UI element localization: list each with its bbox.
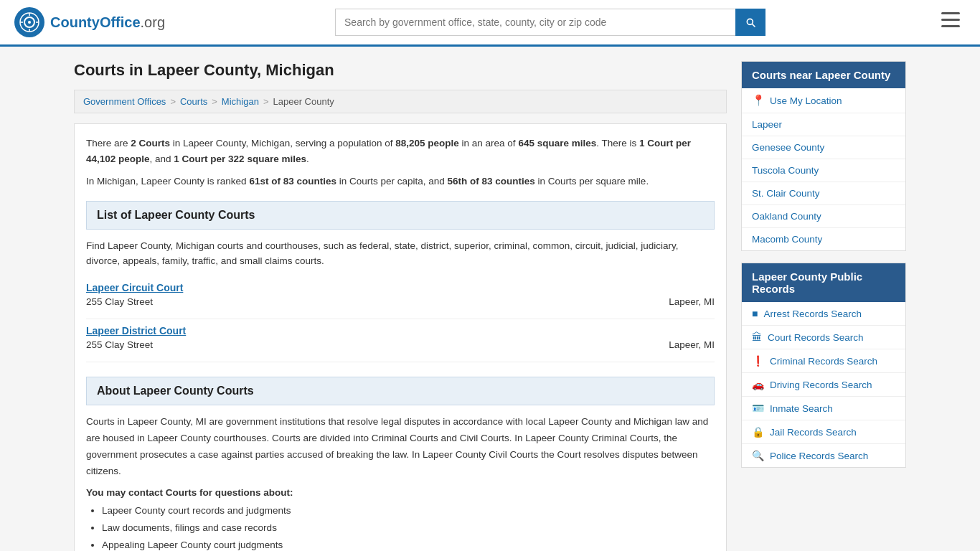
police-icon: 🔍 xyxy=(752,450,764,461)
nearby-item-lapeer: Lapeer xyxy=(742,113,905,136)
court-name-2[interactable]: Lapeer District Court xyxy=(86,325,715,336)
svg-rect-7 xyxy=(941,12,960,14)
logo-area: CountyOffice.org xyxy=(14,7,165,37)
nearby-item-stclair: St. Clair County xyxy=(742,182,905,205)
breadcrumb: Government Offices > Courts > Michigan >… xyxy=(74,90,727,113)
public-records-title: Lapeer County Public Records xyxy=(742,263,905,302)
list-section-header: List of Lapeer County Courts xyxy=(86,201,715,230)
nearby-item-tuscola: Tuscola County xyxy=(742,159,905,182)
use-location-link[interactable]: 📍 Use My Location xyxy=(752,94,895,107)
nearby-link-stclair[interactable]: St. Clair County xyxy=(752,188,895,199)
list-item-2: Law documents, filings and case records xyxy=(102,519,715,537)
arrest-records-link[interactable]: ■ Arrest Records Search xyxy=(752,308,895,319)
nearby-link-genesee[interactable]: Genesee County xyxy=(752,142,895,153)
court-records-link[interactable]: 🏛 Court Records Search xyxy=(752,331,895,343)
court-entry-1: Lapeer Circuit Court 255 Clay Street Lap… xyxy=(86,276,715,319)
content-wrapper: There are 2 Courts in Lapeer County, Mic… xyxy=(74,123,727,551)
public-records-box: Lapeer County Public Records ■ Arrest Re… xyxy=(741,263,906,468)
police-records-link[interactable]: 🔍 Police Records Search xyxy=(752,450,895,461)
nearby-item-macomb: Macomb County xyxy=(742,228,905,250)
court-citystate-1: Lapeer, MI xyxy=(669,296,715,307)
sidebar-item-court: 🏛 Court Records Search xyxy=(742,326,905,349)
sidebar: Courts near Lapeer County 📍 Use My Locat… xyxy=(741,61,906,551)
logo-icon xyxy=(14,7,44,37)
header: CountyOffice.org xyxy=(0,0,980,47)
breadcrumb-michigan[interactable]: Michigan xyxy=(222,96,259,107)
sidebar-item-driving: 🚗 Driving Records Search xyxy=(742,373,905,397)
criminal-records-link[interactable]: ❗ Criminal Records Search xyxy=(752,355,895,367)
nearby-item-oakland: Oakland County xyxy=(742,205,905,228)
page-title: Courts in Lapeer County, Michigan xyxy=(74,61,727,80)
breadcrumb-current: Lapeer County xyxy=(273,96,334,107)
court-address-row-2: 255 Clay Street Lapeer, MI xyxy=(86,336,715,356)
court-address-1: 255 Clay Street xyxy=(86,296,153,307)
content-area: Courts in Lapeer County, Michigan Govern… xyxy=(74,61,727,551)
jail-icon: 🔒 xyxy=(752,426,764,438)
breadcrumb-government-offices[interactable]: Government Offices xyxy=(83,96,166,107)
about-section-header: About Lapeer County Courts xyxy=(86,377,715,405)
search-area xyxy=(335,9,765,36)
location-icon: 📍 xyxy=(752,94,765,107)
nearby-link-oakland[interactable]: Oakland County xyxy=(752,211,895,222)
list-item-1: Lapeer County court records and judgment… xyxy=(102,502,715,519)
jail-records-link[interactable]: 🔒 Jail Records Search xyxy=(752,426,895,438)
inmate-search-link[interactable]: 🪪 Inmate Search xyxy=(752,402,895,414)
logo-text: CountyOffice.org xyxy=(50,14,165,31)
hamburger-button[interactable] xyxy=(936,9,966,35)
court-address-2: 255 Clay Street xyxy=(86,339,153,350)
list-section-description: Find Lapeer County, Michigan courts and … xyxy=(86,238,715,269)
breadcrumb-courts[interactable]: Courts xyxy=(180,96,207,107)
court-entry-2: Lapeer District Court 255 Clay Street La… xyxy=(86,319,715,362)
nearby-item-genesee: Genesee County xyxy=(742,136,905,159)
driving-icon: 🚗 xyxy=(752,379,764,390)
court-citystate-2: Lapeer, MI xyxy=(669,339,715,350)
about-text: Courts in Lapeer County, MI are governme… xyxy=(86,414,715,480)
nearby-link-lapeer[interactable]: Lapeer xyxy=(752,119,895,130)
sidebar-item-inmate: 🪪 Inmate Search xyxy=(742,397,905,420)
main-container: Courts in Lapeer County, Michigan Govern… xyxy=(60,47,920,551)
inmate-icon: 🪪 xyxy=(752,402,764,414)
criminal-icon: ❗ xyxy=(752,355,764,367)
contact-header: You may contact Courts for questions abo… xyxy=(86,487,715,498)
sidebar-item-police: 🔍 Police Records Search xyxy=(742,444,905,467)
svg-rect-8 xyxy=(941,19,960,21)
svg-point-2 xyxy=(28,21,31,24)
nearby-link-macomb[interactable]: Macomb County xyxy=(752,234,895,245)
nearby-item-location: 📍 Use My Location xyxy=(742,88,905,113)
arrest-icon: ■ xyxy=(752,308,758,319)
nearby-title: Courts near Lapeer County xyxy=(742,62,905,88)
list-item-3: Appealing Lapeer County court judgments xyxy=(102,537,715,551)
court-address-row-1: 255 Clay Street Lapeer, MI xyxy=(86,293,715,313)
court-icon: 🏛 xyxy=(752,331,762,343)
nearby-link-tuscola[interactable]: Tuscola County xyxy=(752,165,895,176)
search-input[interactable] xyxy=(335,9,735,36)
intro-paragraph-1: There are 2 Courts in Lapeer County, Mic… xyxy=(86,136,715,166)
sidebar-item-jail: 🔒 Jail Records Search xyxy=(742,420,905,444)
nearby-box: Courts near Lapeer County 📍 Use My Locat… xyxy=(741,61,906,251)
svg-rect-9 xyxy=(941,25,960,27)
search-button[interactable] xyxy=(735,9,765,36)
sidebar-item-arrest: ■ Arrest Records Search xyxy=(742,302,905,326)
sidebar-item-criminal: ❗ Criminal Records Search xyxy=(742,349,905,373)
court-name-1[interactable]: Lapeer Circuit Court xyxy=(86,282,715,293)
driving-records-link[interactable]: 🚗 Driving Records Search xyxy=(752,379,895,390)
intro-paragraph-2: In Michigan, Lapeer County is ranked 61s… xyxy=(86,174,715,189)
bullet-list: Lapeer County court records and judgment… xyxy=(86,502,715,551)
